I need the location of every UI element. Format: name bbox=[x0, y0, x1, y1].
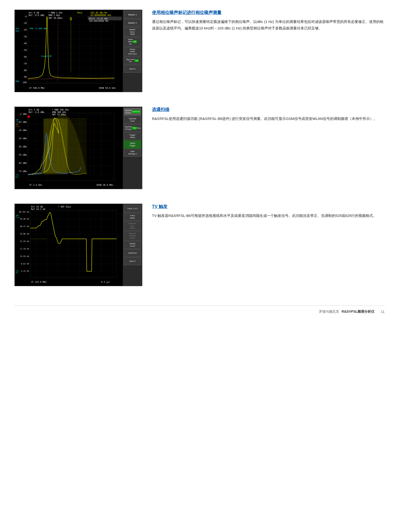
svg-text:-10.000000000 kHz: -10.000000000 kHz bbox=[89, 14, 111, 16]
btn-gated-trigger[interactable]: GatedTrigger bbox=[124, 141, 141, 148]
text-content-1: 使用相位噪声标记进行相位噪声测量 通过相位噪声标记，可以快速测量特定载波偏移下的… bbox=[152, 10, 385, 31]
svg-text:Att  0 dB: Att 0 dB bbox=[29, 12, 39, 14]
svg-text:-49: -49 bbox=[23, 42, 27, 45]
footer-brand: 罗德与施瓦茨 bbox=[319, 310, 339, 314]
section-gate-scan: -3 dBm -13 dBm -23 dBm -33 dBm -43 dBm -… bbox=[14, 107, 385, 189]
btn-gate-settings[interactable]: GateSettings 0 bbox=[124, 149, 141, 157]
footer-product: R&S®FSL频谱分析仪 bbox=[342, 310, 374, 314]
svg-text:VBW  3 kHz: VBW 3 kHz bbox=[48, 14, 60, 16]
svg-text:PHN -11.800 dBm: PHN -11.800 dBm bbox=[30, 28, 47, 30]
screen-3: 38.791 mV 34.46 mV 30.17 mV 25.86 mV 21.… bbox=[15, 204, 123, 286]
svg-text:21.55 mV: 21.55 mV bbox=[20, 240, 29, 242]
sidebar-buttons-1: Marker 1 Marker 2 MarkerNormDelta NoiseM… bbox=[123, 10, 142, 92]
svg-text:CF 2.4 GHz: CF 2.4 GHz bbox=[29, 184, 42, 186]
svg-point-49 bbox=[28, 116, 30, 118]
svg-text:-3 dBm: -3 dBm bbox=[19, 113, 27, 115]
footer-bar: 罗德与施瓦茨 R&S®FSL频谱分析仪 11 bbox=[14, 305, 385, 314]
btn-marker1[interactable]: Marker 1 bbox=[124, 11, 141, 19]
svg-text:Clrw: Clrw bbox=[15, 121, 20, 123]
svg-text:* SWT 62µs: * SWT 62µs bbox=[58, 206, 71, 208]
btn-more-0[interactable]: More 0 bbox=[124, 65, 141, 73]
svg-text:-102.46 dBc/Hz: -102.46 dBc/Hz bbox=[89, 12, 107, 14]
svg-text:PHN: PHN bbox=[15, 80, 19, 83]
svg-text:-109: -109 bbox=[21, 81, 27, 84]
btn-hold-cont[interactable]: Hold/Cont bbox=[124, 249, 141, 257]
title-gate-scan: 选通扫描 bbox=[152, 107, 385, 112]
svg-text:Ref -3.0 dBm: Ref -3.0 dBm bbox=[29, 111, 44, 113]
text-content-3: TV 触发 TV 触发器R&S®FSL-B6可根据所选电视线和水平及或垂直消隐间… bbox=[152, 204, 385, 219]
svg-text:Trg: Trg bbox=[15, 270, 19, 272]
svg-text:Att  10 dB: Att 10 dB bbox=[31, 206, 43, 208]
svg-text:30.17 mV: 30.17 mV bbox=[20, 225, 29, 228]
footer-page: 11 bbox=[381, 310, 385, 314]
sidebar-buttons-2: Trg/GateSourceExternal Trg/GateLevel Trg… bbox=[123, 107, 142, 189]
btn-trg-gate-polarity[interactable]: Trg/GatePolarityPos Neg bbox=[124, 124, 141, 132]
svg-text:34.46 mV: 34.46 mV bbox=[20, 218, 29, 220]
btn-sweep-count[interactable]: SweepCount bbox=[124, 241, 141, 249]
svg-rect-56 bbox=[43, 118, 87, 173]
title-tv-trigger: TV 触发 bbox=[152, 204, 385, 209]
svg-text:Att  5 dB: Att 5 dB bbox=[29, 109, 39, 111]
svg-text:Count 20: Count 20 bbox=[41, 55, 52, 57]
svg-text:Clrw: Clrw bbox=[15, 217, 20, 219]
body-phase-noise: 通过相位噪声标记，可以快速测量特定载波偏移下的相位噪声。以dBc (1 Hz) … bbox=[152, 18, 385, 31]
svg-text:MI[1]  -11.81 dBm: MI[1] -11.81 dBm bbox=[89, 18, 108, 20]
body-gate-scan: R&S®FSL使用选通扫描功能 (R&S®FSL-B8选件) 进行突发信号测量。… bbox=[152, 115, 385, 122]
btn-trg-gate-source[interactable]: Trg/GateSourceExternal bbox=[124, 108, 141, 116]
svg-text:-9: -9 bbox=[24, 15, 27, 18]
btn-trigger-offset[interactable]: TriggerOffset bbox=[124, 132, 141, 140]
svg-text:Ref -9.0 dBm: Ref -9.0 dBm bbox=[29, 14, 44, 16]
screen-2: -3 dBm -13 dBm -23 dBm -33 dBm -43 dBm -… bbox=[15, 107, 123, 189]
svg-text:Ext: Ext bbox=[15, 176, 19, 178]
btn-sig-count[interactable]: Sig CountOn Off bbox=[124, 57, 141, 64]
svg-text:1AP: 1AP bbox=[15, 215, 19, 217]
btn-detector-manual-select[interactable]: DetectorManualSelect bbox=[124, 231, 141, 241]
svg-text:2AV: 2AV bbox=[15, 123, 19, 125]
svg-text:Avg: Avg bbox=[15, 30, 19, 32]
svg-text:SWT 50.00ms: SWT 50.00ms bbox=[48, 17, 62, 19]
svg-text:38.791 mV: 38.791 mV bbox=[19, 211, 29, 213]
svg-text:CF 225.0 MHz: CF 225.0 MHz bbox=[31, 281, 47, 283]
svg-rect-60 bbox=[30, 210, 117, 277]
svg-text:TV: TV bbox=[15, 272, 17, 274]
btn-trace-mode[interactable]: TraceMode bbox=[124, 213, 141, 221]
btn-detector-auto-select[interactable]: DetectorAutoSelect bbox=[124, 221, 141, 231]
svg-text:-53 dBm: -53 dBm bbox=[18, 154, 27, 156]
svg-text:* RBW  100 kHz: * RBW 100 kHz bbox=[52, 109, 69, 111]
section-phase-noise: -9 -19 -29 -39 -49 -59 -69 -79 -89 -99 -… bbox=[14, 10, 385, 92]
svg-text:-59: -59 bbox=[23, 49, 27, 51]
svg-text:6.2 µs/: 6.2 µs/ bbox=[101, 281, 110, 283]
instrument-panel-1: -9 -19 -29 -39 -49 -59 -69 -79 -89 -99 -… bbox=[14, 10, 142, 92]
svg-text:8.62 mV: 8.62 mV bbox=[21, 263, 29, 265]
section-tv-trigger: 38.791 mV 34.46 mV 30.17 mV 25.86 mV 21.… bbox=[14, 204, 385, 286]
svg-text:-89: -89 bbox=[23, 69, 27, 72]
sidebar-buttons-3: Trace1 2 3 4 TraceMode DetectorAutoSelec… bbox=[123, 204, 142, 286]
btn-phase-noise-ref[interactable]: PhaseNoiseRef Fixed bbox=[124, 47, 141, 56]
btn-marker2[interactable]: Marker 2 bbox=[124, 19, 141, 27]
svg-text:25.86 mV: 25.86 mV bbox=[20, 233, 29, 235]
btn-noise-meas[interactable]: NoiseMeasOn Off bbox=[124, 37, 141, 47]
svg-text:-73 dBm: -73 dBm bbox=[18, 170, 27, 173]
text-content-2: 选通扫描 R&S®FSL使用选通扫描功能 (R&S®FSL-B8选件) 进行突发… bbox=[152, 107, 385, 122]
svg-text:12.93 mV: 12.93 mV bbox=[20, 255, 29, 257]
svg-text:-79: -79 bbox=[23, 62, 27, 65]
instrument-panel-2: -3 dBm -13 dBm -23 dBm -33 dBm -43 dBm -… bbox=[14, 107, 142, 189]
svg-text:-99: -99 bbox=[23, 76, 27, 78]
btn-trace-1234[interactable]: Trace1 2 3 4 bbox=[124, 205, 141, 213]
svg-text:-33 dBm: -33 dBm bbox=[18, 137, 27, 140]
svg-text:-29: -29 bbox=[23, 29, 27, 31]
svg-text:VBW  300 kHz: VBW 300 kHz bbox=[52, 111, 66, 113]
svg-text:Phn2: Phn2 bbox=[77, 12, 83, 14]
svg-text:SPAN 30.0 MHz: SPAN 30.0 MHz bbox=[96, 184, 113, 186]
svg-text:Clrw: Clrw bbox=[15, 125, 20, 127]
btn-more-3[interactable]: More 0 bbox=[124, 257, 141, 265]
svg-text:1Sa: 1Sa bbox=[15, 28, 19, 30]
btn-trg-gate-level[interactable]: Trg/GateLevel bbox=[124, 116, 141, 124]
svg-text:-23 dBm: -23 dBm bbox=[18, 129, 27, 131]
svg-text:-19: -19 bbox=[23, 22, 27, 24]
svg-text:Ref  43.1 mV: Ref 43.1 mV bbox=[31, 208, 46, 210]
svg-text:-43 dBm: -43 dBm bbox=[18, 145, 27, 148]
btn-marker-norm-delta[interactable]: MarkerNormDelta bbox=[124, 27, 141, 37]
svg-text:Trg: Trg bbox=[15, 174, 19, 176]
svg-rect-1 bbox=[28, 16, 114, 83]
